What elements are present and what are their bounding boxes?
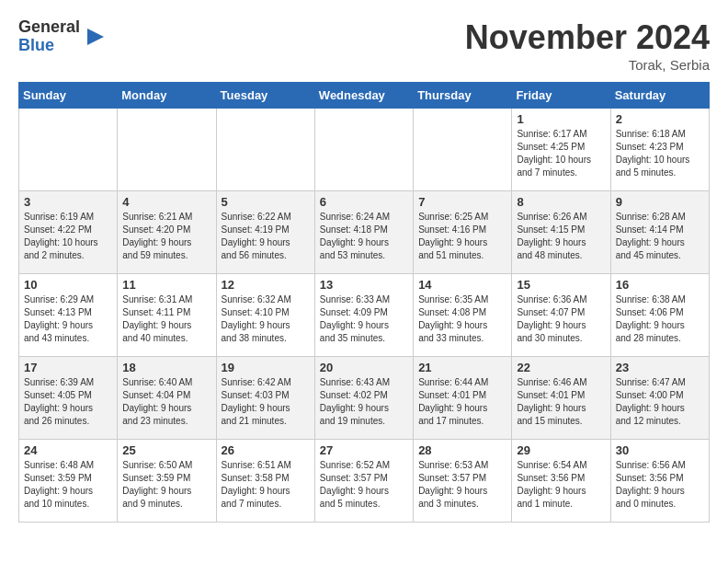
day-info: Sunrise: 6:43 AM Sunset: 4:02 PM Dayligh… (320, 376, 408, 428)
weekday-header-monday: Monday (118, 83, 216, 109)
day-number: 19 (222, 361, 310, 374)
logo: General Blue (18, 18, 106, 55)
day-info: Sunrise: 6:48 AM Sunset: 3:59 PM Dayligh… (24, 459, 112, 511)
calendar-day-19: 19Sunrise: 6:42 AM Sunset: 4:03 PM Dayli… (216, 357, 314, 440)
day-info: Sunrise: 6:29 AM Sunset: 4:13 PM Dayligh… (24, 293, 112, 345)
weekday-header-row: SundayMondayTuesdayWednesdayThursdayFrid… (19, 83, 710, 109)
day-info: Sunrise: 6:44 AM Sunset: 4:01 PM Dayligh… (418, 376, 506, 428)
calendar-week-row: 17Sunrise: 6:39 AM Sunset: 4:05 PM Dayli… (19, 357, 710, 440)
day-number: 3 (24, 195, 112, 209)
day-info: Sunrise: 6:26 AM Sunset: 4:15 PM Dayligh… (517, 211, 605, 262)
day-info: Sunrise: 6:47 AM Sunset: 4:00 PM Dayligh… (616, 376, 704, 428)
empty-cell (118, 109, 216, 191)
day-number: 22 (517, 361, 605, 374)
day-info: Sunrise: 6:31 AM Sunset: 4:11 PM Dayligh… (122, 293, 210, 345)
calendar-day-16: 16Sunrise: 6:38 AM Sunset: 4:06 PM Dayli… (610, 274, 709, 357)
day-info: Sunrise: 6:36 AM Sunset: 4:07 PM Dayligh… (517, 293, 605, 345)
empty-cell (19, 109, 118, 191)
calendar-day-26: 26Sunrise: 6:51 AM Sunset: 3:58 PM Dayli… (216, 440, 314, 523)
day-number: 18 (122, 361, 210, 374)
day-number: 27 (320, 443, 408, 457)
day-info: Sunrise: 6:51 AM Sunset: 3:58 PM Dayligh… (222, 459, 310, 511)
day-number: 15 (517, 278, 605, 292)
day-info: Sunrise: 6:28 AM Sunset: 4:14 PM Dayligh… (616, 211, 704, 262)
calendar-day-27: 27Sunrise: 6:52 AM Sunset: 3:57 PM Dayli… (314, 440, 413, 523)
calendar-day-6: 6Sunrise: 6:24 AM Sunset: 4:18 PM Daylig… (314, 191, 413, 274)
weekday-header-sunday: Sunday (19, 83, 118, 109)
calendar-day-10: 10Sunrise: 6:29 AM Sunset: 4:13 PM Dayli… (19, 274, 118, 357)
calendar-day-13: 13Sunrise: 6:33 AM Sunset: 4:09 PM Dayli… (314, 274, 413, 357)
day-info: Sunrise: 6:40 AM Sunset: 4:04 PM Dayligh… (122, 376, 210, 428)
calendar-day-30: 30Sunrise: 6:56 AM Sunset: 3:56 PM Dayli… (610, 440, 709, 523)
day-info: Sunrise: 6:19 AM Sunset: 4:22 PM Dayligh… (24, 211, 112, 262)
day-info: Sunrise: 6:39 AM Sunset: 4:05 PM Dayligh… (24, 376, 112, 428)
day-number: 30 (616, 443, 704, 457)
weekday-header-tuesday: Tuesday (216, 83, 314, 109)
day-info: Sunrise: 6:38 AM Sunset: 4:06 PM Dayligh… (616, 293, 704, 345)
calendar-table: SundayMondayTuesdayWednesdayThursdayFrid… (18, 82, 710, 523)
calendar-day-29: 29Sunrise: 6:54 AM Sunset: 3:56 PM Dayli… (512, 440, 610, 523)
day-number: 4 (122, 195, 210, 209)
day-number: 21 (418, 361, 506, 374)
calendar-day-1: 1Sunrise: 6:17 AM Sunset: 4:25 PM Daylig… (512, 109, 610, 191)
weekday-header-saturday: Saturday (610, 83, 709, 109)
day-info: Sunrise: 6:17 AM Sunset: 4:25 PM Dayligh… (517, 128, 605, 179)
location: Torak, Serbia (465, 57, 710, 73)
day-number: 28 (418, 443, 506, 457)
calendar-day-8: 8Sunrise: 6:26 AM Sunset: 4:15 PM Daylig… (512, 191, 610, 274)
day-info: Sunrise: 6:54 AM Sunset: 3:56 PM Dayligh… (517, 459, 605, 511)
calendar-week-row: 10Sunrise: 6:29 AM Sunset: 4:13 PM Dayli… (19, 274, 710, 357)
calendar-day-2: 2Sunrise: 6:18 AM Sunset: 4:23 PM Daylig… (610, 109, 709, 191)
day-info: Sunrise: 6:25 AM Sunset: 4:16 PM Dayligh… (418, 211, 506, 262)
calendar-day-17: 17Sunrise: 6:39 AM Sunset: 4:05 PM Dayli… (19, 357, 118, 440)
weekday-header-friday: Friday (512, 83, 610, 109)
day-info: Sunrise: 6:21 AM Sunset: 4:20 PM Dayligh… (122, 211, 210, 262)
calendar-day-11: 11Sunrise: 6:31 AM Sunset: 4:11 PM Dayli… (118, 274, 216, 357)
day-number: 29 (517, 443, 605, 457)
calendar-day-5: 5Sunrise: 6:22 AM Sunset: 4:19 PM Daylig… (216, 191, 314, 274)
empty-cell (216, 109, 314, 191)
day-info: Sunrise: 6:33 AM Sunset: 4:09 PM Dayligh… (320, 293, 408, 345)
day-number: 25 (122, 443, 210, 457)
day-info: Sunrise: 6:56 AM Sunset: 3:56 PM Dayligh… (616, 459, 704, 511)
day-number: 14 (418, 278, 506, 292)
logo-blue-text: Blue (18, 37, 80, 55)
weekday-header-wednesday: Wednesday (314, 83, 413, 109)
calendar-day-24: 24Sunrise: 6:48 AM Sunset: 3:59 PM Dayli… (19, 440, 118, 523)
month-title: November 2024 (465, 18, 710, 57)
day-info: Sunrise: 6:53 AM Sunset: 3:57 PM Dayligh… (418, 459, 506, 511)
calendar-week-row: 3Sunrise: 6:19 AM Sunset: 4:22 PM Daylig… (19, 191, 710, 274)
day-number: 20 (320, 361, 408, 374)
day-number: 13 (320, 278, 408, 292)
logo-general-text: General (18, 18, 80, 37)
empty-cell (414, 109, 512, 191)
day-info: Sunrise: 6:35 AM Sunset: 4:08 PM Dayligh… (418, 293, 506, 345)
day-number: 16 (616, 278, 704, 292)
calendar-day-22: 22Sunrise: 6:46 AM Sunset: 4:01 PM Dayli… (512, 357, 610, 440)
day-info: Sunrise: 6:32 AM Sunset: 4:10 PM Dayligh… (222, 293, 310, 345)
day-number: 24 (24, 443, 112, 457)
calendar-day-9: 9Sunrise: 6:28 AM Sunset: 4:14 PM Daylig… (610, 191, 709, 274)
calendar-week-row: 1Sunrise: 6:17 AM Sunset: 4:25 PM Daylig… (19, 109, 710, 191)
day-number: 17 (24, 361, 112, 374)
calendar-day-20: 20Sunrise: 6:43 AM Sunset: 4:02 PM Dayli… (314, 357, 413, 440)
empty-cell (314, 109, 413, 191)
day-info: Sunrise: 6:52 AM Sunset: 3:57 PM Dayligh… (320, 459, 408, 511)
calendar-day-28: 28Sunrise: 6:53 AM Sunset: 3:57 PM Dayli… (414, 440, 512, 523)
day-number: 5 (222, 195, 310, 209)
day-info: Sunrise: 6:50 AM Sunset: 3:59 PM Dayligh… (122, 459, 210, 511)
calendar-day-18: 18Sunrise: 6:40 AM Sunset: 4:04 PM Dayli… (118, 357, 216, 440)
calendar-day-4: 4Sunrise: 6:21 AM Sunset: 4:20 PM Daylig… (118, 191, 216, 274)
day-number: 8 (517, 195, 605, 209)
day-number: 2 (616, 112, 704, 126)
day-number: 23 (616, 361, 704, 374)
svg-marker-0 (87, 29, 104, 45)
day-number: 11 (122, 278, 210, 292)
calendar-day-21: 21Sunrise: 6:44 AM Sunset: 4:01 PM Dayli… (414, 357, 512, 440)
day-number: 9 (616, 195, 704, 209)
calendar-day-3: 3Sunrise: 6:19 AM Sunset: 4:22 PM Daylig… (19, 191, 118, 274)
day-info: Sunrise: 6:42 AM Sunset: 4:03 PM Dayligh… (222, 376, 310, 428)
calendar-day-23: 23Sunrise: 6:47 AM Sunset: 4:00 PM Dayli… (610, 357, 709, 440)
weekday-header-thursday: Thursday (414, 83, 512, 109)
calendar-week-row: 24Sunrise: 6:48 AM Sunset: 3:59 PM Dayli… (19, 440, 710, 523)
